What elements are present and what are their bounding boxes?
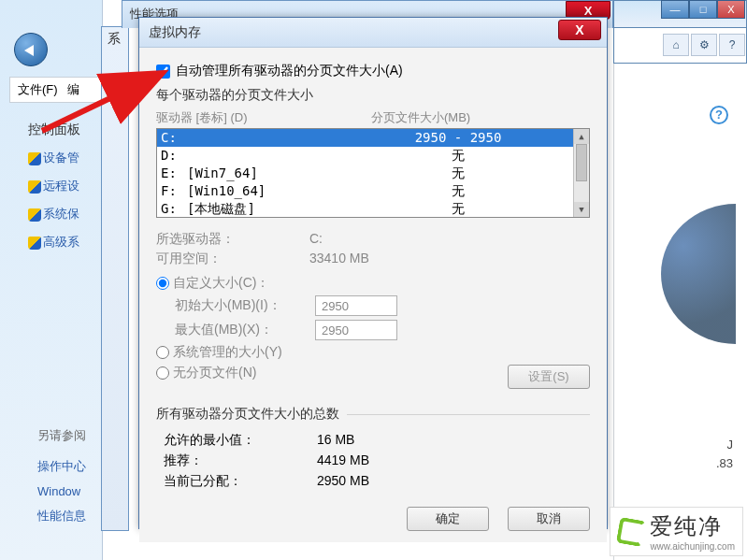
shield-icon bbox=[28, 208, 41, 222]
scroll-down-icon[interactable]: ▼ bbox=[574, 202, 589, 217]
each-drive-label: 每个驱动器的分页文件大小 bbox=[156, 87, 590, 104]
system-window: 系 bbox=[101, 26, 129, 531]
dialog-body: 自动管理所有驱动器的分页文件大小(A) 每个驱动器的分页文件大小 驱动器 [卷标… bbox=[139, 48, 607, 542]
custom-size-radio[interactable] bbox=[156, 277, 169, 290]
recommended-value: 4419 MB bbox=[317, 452, 369, 469]
max-size-label: 最大值(MB)(X)： bbox=[175, 322, 309, 338]
sidebar-item-device[interactable]: 设备管 bbox=[28, 150, 103, 166]
close-button[interactable]: X bbox=[717, 0, 745, 19]
scroll-up-icon[interactable]: ▲ bbox=[574, 129, 589, 144]
drive-letter: F: bbox=[157, 182, 187, 200]
help-icon[interactable]: ? bbox=[719, 34, 745, 56]
current-label: 当前已分配： bbox=[164, 473, 317, 490]
menu-file[interactable]: 文件(F) bbox=[18, 81, 58, 98]
header-size: 分页文件大小(MB) bbox=[371, 109, 470, 126]
drive-label: [Win7_64] bbox=[187, 165, 374, 182]
watermark-url: www.aichunjing.com bbox=[650, 541, 735, 552]
auto-manage-row[interactable]: 自动管理所有驱动器的分页文件大小(A) bbox=[156, 63, 590, 79]
no-paging-radio[interactable] bbox=[156, 366, 169, 380]
auto-manage-checkbox[interactable] bbox=[156, 65, 170, 79]
available-space-label: 可用空间： bbox=[156, 251, 309, 267]
drive-row-g[interactable]: G: [本地磁盘] 无 bbox=[157, 200, 589, 218]
link-performance[interactable]: 性能信息 bbox=[37, 508, 86, 524]
set-button[interactable]: 设置(S) bbox=[508, 365, 590, 389]
system-managed-option[interactable]: 系统管理的大小(Y) bbox=[156, 344, 590, 361]
selected-drive-label: 所选驱动器： bbox=[156, 231, 309, 248]
min-allowed-label: 允许的最小值： bbox=[164, 432, 317, 449]
sidebar-nav: 控制面板 设备管 远程设 系统保 高级系 bbox=[28, 110, 103, 262]
drive-row-f[interactable]: F: [Win10_64] 无 bbox=[157, 182, 589, 200]
drive-letter: E: bbox=[157, 165, 187, 182]
drive-label: [本地磁盘] bbox=[187, 200, 374, 218]
ok-button[interactable]: 确定 bbox=[407, 507, 489, 531]
totals-group: 所有驱动器分页文件大小的总数 允许的最小值：16 MB 推荐：4419 MB 当… bbox=[156, 406, 590, 494]
right-content-pane: ? J .83 bbox=[613, 64, 747, 560]
watermark: 爱纯净 www.aichunjing.com bbox=[610, 507, 743, 556]
recommended-label: 推荐： bbox=[164, 452, 317, 469]
drive-size: 无 bbox=[374, 200, 542, 218]
drive-row-d[interactable]: D: 无 bbox=[157, 147, 589, 165]
drive-row-e[interactable]: E: [Win7_64] 无 bbox=[157, 165, 589, 182]
custom-size-label: 自定义大小(C)： bbox=[173, 275, 269, 292]
watermark-logo-icon bbox=[616, 516, 646, 546]
right-text-2: .83 bbox=[716, 456, 733, 470]
selected-drive-value: C: bbox=[309, 231, 323, 248]
size-options: 自定义大小(C)： 初始大小(MB)(I)： 最大值(MB)(X)： 系统管理的… bbox=[156, 275, 590, 389]
sidebar-item-remote[interactable]: 远程设 bbox=[28, 178, 103, 194]
custom-size-option[interactable]: 自定义大小(C)： bbox=[156, 275, 590, 292]
drive-letter: G: bbox=[157, 200, 187, 218]
drive-label bbox=[187, 129, 374, 147]
shield-icon bbox=[28, 180, 41, 194]
min-allowed-value: 16 MB bbox=[317, 432, 354, 449]
menu-edit[interactable]: 编 bbox=[67, 81, 79, 98]
initial-size-input[interactable] bbox=[315, 295, 397, 316]
no-paging-label: 无分页文件(N) bbox=[173, 365, 256, 381]
drive-size: 无 bbox=[374, 147, 542, 165]
scroll-thumb[interactable] bbox=[576, 144, 587, 181]
system-managed-radio[interactable] bbox=[156, 346, 169, 359]
auto-manage-label: 自动管理所有驱动器的分页文件大小(A) bbox=[176, 63, 403, 79]
drive-label: [Win10_64] bbox=[187, 182, 374, 200]
drive-size: 无 bbox=[374, 165, 542, 182]
back-button[interactable] bbox=[14, 33, 48, 66]
max-size-input[interactable] bbox=[315, 320, 397, 340]
header-drive: 驱动器 [卷标] (D) bbox=[156, 109, 371, 126]
drive-size: 2950 - 2950 bbox=[374, 129, 542, 147]
drive-letter: D: bbox=[157, 147, 187, 165]
gear-icon[interactable]: ⚙ bbox=[691, 34, 717, 56]
drive-letter: C: bbox=[157, 129, 187, 147]
menu-bar: 文件(F) 编 bbox=[9, 77, 102, 103]
link-action-center[interactable]: 操作中心 bbox=[37, 458, 86, 475]
minimize-button[interactable]: — bbox=[661, 0, 689, 19]
watermark-text: 爱纯净 bbox=[650, 511, 735, 541]
drive-listbox[interactable]: C: 2950 - 2950 D: 无 E: [Win7_64] 无 F: [W… bbox=[156, 128, 590, 218]
dialog-titlebar[interactable]: 虚拟内存 bbox=[139, 18, 607, 48]
totals-legend: 所有驱动器分页文件大小的总数 bbox=[156, 406, 347, 423]
drive-size: 无 bbox=[374, 182, 542, 200]
control-panel-sidebar: 文件(F) 编 控制面板 设备管 远程设 系统保 高级系 另请参阅 操作中心 W… bbox=[0, 0, 103, 560]
system-window-title: 系 bbox=[108, 31, 121, 48]
bg-window-buttons: — □ X bbox=[661, 0, 745, 19]
bg-toolbar-icons: ⌂ ⚙ ? bbox=[663, 34, 745, 56]
sidebar-home[interactable]: 控制面板 bbox=[28, 122, 103, 138]
drive-label bbox=[187, 147, 374, 165]
globe-graphic bbox=[661, 204, 736, 344]
help-circle-icon[interactable]: ? bbox=[710, 106, 728, 124]
virtual-memory-dialog: 虚拟内存 X 自动管理所有驱动器的分页文件大小(A) 每个驱动器的分页文件大小 … bbox=[138, 17, 608, 529]
dialog-title: 虚拟内存 bbox=[149, 24, 201, 41]
shield-icon bbox=[28, 152, 41, 165]
cancel-button[interactable]: 取消 bbox=[508, 507, 590, 531]
listbox-scrollbar[interactable]: ▲ ▼ bbox=[573, 129, 589, 217]
current-value: 2950 MB bbox=[317, 473, 369, 490]
home-icon[interactable]: ⌂ bbox=[663, 34, 689, 56]
shield-icon bbox=[28, 237, 41, 250]
drive-row-c[interactable]: C: 2950 - 2950 bbox=[157, 129, 589, 147]
link-windows[interactable]: Window bbox=[37, 484, 86, 498]
see-also-list: 操作中心 Window 性能信息 bbox=[37, 449, 86, 534]
sidebar-item-advanced[interactable]: 高级系 bbox=[28, 234, 103, 251]
sidebar-item-protection[interactable]: 系统保 bbox=[28, 206, 103, 223]
dialog-close-button[interactable]: X bbox=[558, 20, 601, 40]
drive-list-headers: 驱动器 [卷标] (D) 分页文件大小(MB) bbox=[156, 109, 590, 126]
maximize-button[interactable]: □ bbox=[689, 0, 717, 19]
selected-drive-info: 所选驱动器：C: 可用空间：33410 MB bbox=[156, 231, 590, 267]
